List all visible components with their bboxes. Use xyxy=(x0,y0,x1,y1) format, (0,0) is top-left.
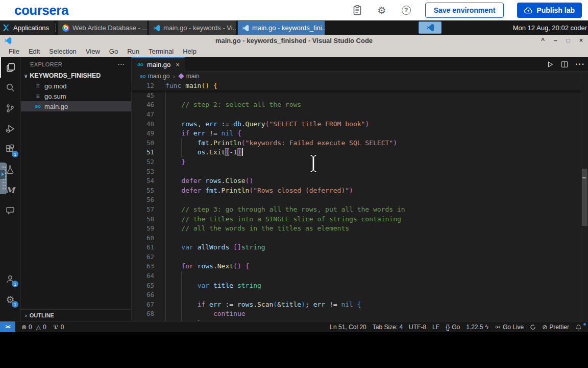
line-number[interactable]: 63 xyxy=(132,262,154,270)
line-number[interactable]: 51 xyxy=(132,148,154,156)
line-number[interactable]: 53 xyxy=(132,168,154,175)
publish-lab-button[interactable]: Publish lab xyxy=(517,3,582,18)
line-number[interactable]: 66 xyxy=(132,291,154,298)
line-number[interactable]: 50 xyxy=(132,139,154,147)
minimize-icon[interactable]: – xyxy=(554,37,557,43)
code-line[interactable]: 12func main() { xyxy=(132,81,581,90)
taskbar-window-chrome[interactable]: Web Article Database - ... xyxy=(58,20,148,35)
line-number[interactable]: 52 xyxy=(132,158,154,166)
code-line[interactable]: 54 defer rows.Close() xyxy=(132,176,581,186)
encoding[interactable]: UTF-8 xyxy=(406,324,429,331)
line-number[interactable]: 58 xyxy=(132,215,154,223)
go-version[interactable]: 1.22.5 ϟ xyxy=(463,324,492,331)
menu-file[interactable]: File xyxy=(4,48,24,55)
comments-icon[interactable] xyxy=(0,200,20,221)
menu-edit[interactable]: Edit xyxy=(24,48,44,55)
sync-spinner-icon[interactable] xyxy=(527,324,539,330)
code-line[interactable]: 46 // step 2: select all the rows xyxy=(132,100,581,110)
line-number[interactable]: 60 xyxy=(132,234,154,242)
run-debug-icon[interactable] xyxy=(0,119,20,139)
line-number[interactable]: 54 xyxy=(132,177,154,185)
ports-status[interactable]: 0 xyxy=(50,324,67,331)
settings-gear-icon[interactable]: ⚙ 1 xyxy=(0,289,20,310)
explorer-more-icon[interactable]: ··· xyxy=(118,61,125,67)
code-line[interactable]: 66 xyxy=(132,290,581,300)
remote-indicator[interactable]: >< xyxy=(0,321,15,333)
extensions-icon[interactable]: 1 xyxy=(0,139,20,159)
code-line[interactable]: 45 xyxy=(132,90,581,100)
file-go-sum[interactable]: ≡ go.sum xyxy=(21,91,131,101)
source-control-icon[interactable] xyxy=(0,98,20,119)
line-number[interactable]: 62 xyxy=(132,253,154,261)
tab-close-icon[interactable]: × xyxy=(176,61,180,68)
code-line[interactable]: 64 xyxy=(132,271,581,281)
file-main-go[interactable]: GO main.go xyxy=(21,101,131,111)
tab-main-go[interactable]: GO main.go × xyxy=(132,57,185,72)
menu-view[interactable]: View xyxy=(81,48,105,55)
taskbar-window-vscode-2[interactable]: main.go - keywords_fini... xyxy=(237,20,325,35)
line-number[interactable]: 55 xyxy=(132,187,154,194)
more-actions-icon[interactable]: ··· xyxy=(575,60,585,69)
line-number[interactable]: 48 xyxy=(132,120,154,128)
tab-size[interactable]: Tab Size: 4 xyxy=(370,324,406,331)
menu-go[interactable]: Go xyxy=(105,48,122,55)
notifications-bell-icon[interactable] xyxy=(572,324,585,331)
line-number[interactable]: 59 xyxy=(132,224,154,232)
line-number[interactable]: 57 xyxy=(132,205,154,213)
sticky-scroll-line[interactable]: 12func main() { xyxy=(132,81,581,90)
save-environment-button[interactable]: Save environment xyxy=(425,3,504,18)
tray-vscode-button[interactable] xyxy=(419,21,442,34)
outline-section[interactable]: › OUTLINE xyxy=(21,309,131,321)
line-number[interactable]: 12 xyxy=(132,82,154,89)
menu-selection[interactable]: Selection xyxy=(44,48,81,55)
code-line[interactable]: 56 xyxy=(132,195,581,205)
folder-keywords-finished[interactable]: ∨ KEYWORDS_FINISHED xyxy=(21,71,131,81)
code-line[interactable]: 63 for rows.Next() { xyxy=(132,262,581,271)
line-number[interactable]: 65 xyxy=(132,282,154,289)
line-number[interactable]: 45 xyxy=(132,91,154,99)
code-line[interactable]: 53 xyxy=(132,167,581,176)
language-mode[interactable]: {} Go xyxy=(443,324,463,331)
files-icon[interactable] xyxy=(0,57,20,78)
menu-help[interactable]: Help xyxy=(178,48,201,55)
code-line[interactable]: 65 var title string xyxy=(132,281,581,290)
code-lines[interactable]: 4546 // step 2: select all the rows4748 … xyxy=(132,90,581,321)
code-line[interactable]: 62 xyxy=(132,252,581,262)
line-number[interactable]: 61 xyxy=(132,243,154,251)
code-line[interactable]: 68 continue xyxy=(132,309,581,319)
code-line[interactable]: 49 if err != nil { xyxy=(132,128,581,138)
code-line[interactable]: 47 xyxy=(132,109,581,119)
help-icon[interactable]: ? xyxy=(401,5,412,16)
line-number[interactable]: 47 xyxy=(132,110,154,118)
code-line[interactable]: 48 rows, err := db.Query("SELECT title F… xyxy=(132,119,581,129)
code-line[interactable]: 58 // the titles into a SINGLE slice of … xyxy=(132,214,581,224)
lab-panel-handle[interactable] xyxy=(0,163,7,194)
code-line[interactable]: 61 var allWords []string xyxy=(132,243,581,252)
taskbar-clock[interactable]: Mon 12 Aug, 20:02 coder xyxy=(513,20,587,35)
code-line[interactable]: 57 // step 3: go through all the rows, p… xyxy=(132,204,581,214)
breadcrumb-symbol[interactable]: main xyxy=(186,73,200,80)
run-file-icon[interactable] xyxy=(547,61,554,68)
menu-terminal[interactable]: Terminal xyxy=(144,48,178,55)
breadcrumb-file[interactable]: main.go xyxy=(148,73,170,80)
account-icon[interactable]: 1 xyxy=(0,269,20,289)
taskbar-window-vscode-1[interactable]: main.go - keywords - Vi... xyxy=(149,20,236,35)
applications-menu[interactable]: Applications xyxy=(0,20,54,35)
go-live-button[interactable]: Go Live xyxy=(492,324,527,331)
search-icon[interactable] xyxy=(0,78,20,98)
line-number[interactable]: 49 xyxy=(132,129,154,137)
cursor-position[interactable]: Ln 51, Col 20 xyxy=(327,324,369,331)
code-line[interactable]: 60 xyxy=(132,233,581,243)
split-editor-icon[interactable] xyxy=(561,61,568,68)
close-icon[interactable]: × xyxy=(579,37,583,43)
line-number[interactable]: 46 xyxy=(132,101,154,108)
maximize-icon[interactable]: □ xyxy=(567,37,570,43)
code-line[interactable]: 55 defer fmt.Println("Rows closed (defer… xyxy=(132,186,581,195)
line-number[interactable]: 56 xyxy=(132,196,154,203)
code-line[interactable]: 52 } xyxy=(132,157,581,167)
code-line[interactable]: 67 if err := rows.Scan(&title); err != n… xyxy=(132,300,581,309)
clipboard-icon[interactable] xyxy=(352,5,363,16)
eol[interactable]: LF xyxy=(429,324,443,331)
line-number[interactable]: 68 xyxy=(132,310,154,317)
gear-icon[interactable]: ⚙ xyxy=(376,5,387,16)
